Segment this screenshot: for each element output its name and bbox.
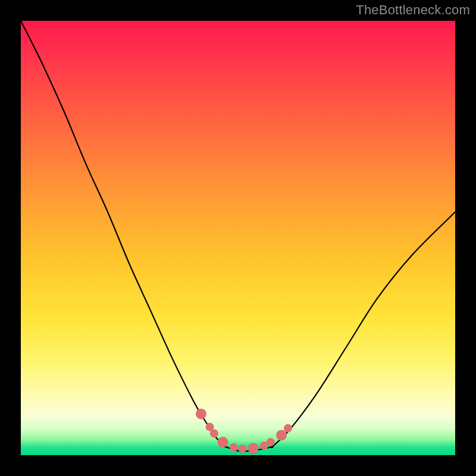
highlight-dot [267,438,275,446]
chart-frame: TheBottleneck.com [0,0,476,476]
highlight-dot [238,444,246,453]
highlight-dot [230,443,238,452]
highlight-dot [217,437,228,447]
highlight-dot [248,443,259,453]
plot-area [21,21,455,455]
highlight-dot [276,430,287,440]
highlight-dot [284,424,292,433]
highlight-dot [210,430,218,438]
highlighted-dots-layer [21,21,455,455]
watermark-text: TheBottleneck.com [356,2,470,18]
highlight-dot [196,409,206,419]
